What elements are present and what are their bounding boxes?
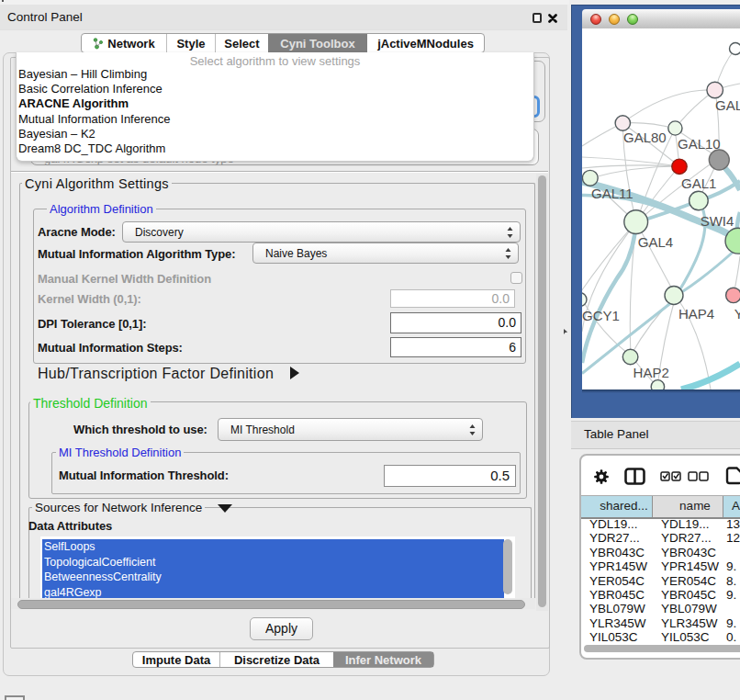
- svg-text:GAL4: GAL4: [638, 234, 673, 250]
- svg-text:HAP4: HAP4: [678, 306, 714, 322]
- svg-text:SWI4: SWI4: [701, 213, 734, 229]
- svg-text:YM: YM: [734, 306, 740, 322]
- svg-text:GAL10: GAL10: [678, 136, 721, 152]
- svg-text:GAL1: GAL1: [681, 175, 716, 191]
- svg-text:GAL80: GAL80: [623, 130, 667, 145]
- svg-text:GAL11: GAL11: [591, 186, 633, 201]
- svg-text:HAP2: HAP2: [633, 365, 669, 380]
- svg-text:GCY1: GCY1: [582, 308, 620, 323]
- svg-text:GAL2: GAL2: [715, 97, 740, 113]
